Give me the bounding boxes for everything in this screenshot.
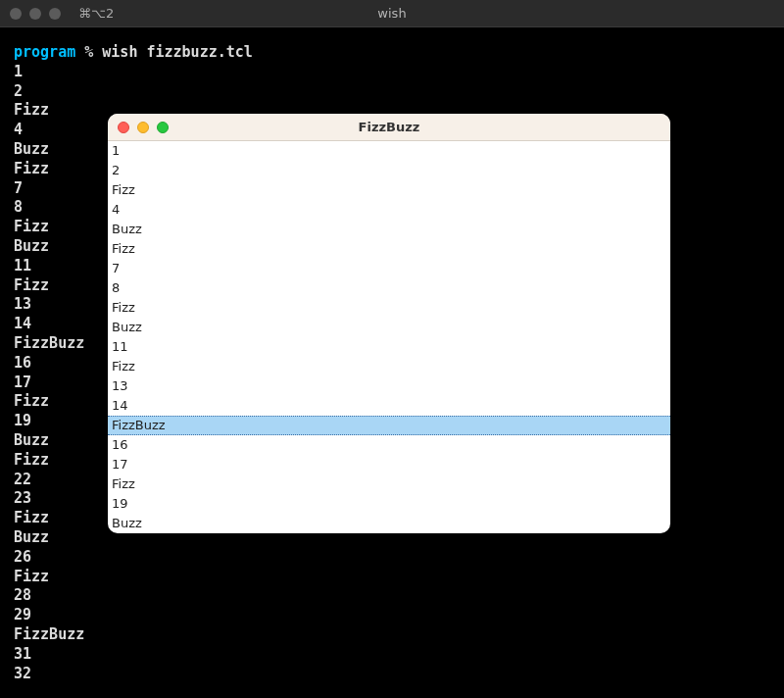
list-item[interactable]: 8	[108, 278, 670, 298]
terminal-output-line: 2	[14, 82, 770, 102]
list-item[interactable]: 17	[108, 455, 670, 474]
terminal-output-line: 29	[14, 606, 770, 625]
list-item[interactable]: Fizz	[108, 239, 670, 259]
list-item[interactable]: Buzz	[108, 318, 670, 337]
list-item[interactable]: Fizz	[108, 357, 670, 376]
tk-window-title: FizzBuzz	[359, 120, 420, 134]
list-item[interactable]: 16	[108, 435, 670, 455]
list-item[interactable]: 1	[108, 141, 670, 161]
terminal-command: wish fizzbuzz.tcl	[102, 43, 253, 61]
list-item[interactable]: 11	[108, 337, 670, 357]
tk-titlebar[interactable]: FizzBuzz	[108, 114, 670, 141]
minimize-icon[interactable]	[29, 8, 41, 20]
list-item[interactable]: FizzBuzz	[108, 416, 670, 435]
tk-listbox[interactable]: 12Fizz4BuzzFizz78FizzBuzz11Fizz1314FizzB…	[108, 141, 670, 533]
terminal-output-line: 32	[14, 665, 770, 684]
tk-traffic-lights	[118, 122, 169, 133]
close-icon[interactable]	[10, 8, 22, 20]
prompt-label: program	[14, 43, 75, 61]
list-item[interactable]: 2	[108, 161, 670, 180]
terminal-output-line: 1	[14, 63, 770, 82]
prompt-separator: %	[75, 43, 102, 61]
prompt-line: program % wish fizzbuzz.tcl	[14, 43, 770, 63]
terminal-output-line: 26	[14, 548, 770, 568]
list-item[interactable]: 4	[108, 200, 670, 220]
terminal-title: wish	[377, 6, 406, 21]
list-item[interactable]: Fizz	[108, 180, 670, 200]
terminal-traffic-lights	[10, 8, 61, 20]
tab-shortcut: ⌘⌥2	[78, 6, 114, 21]
list-item[interactable]: Fizz	[108, 474, 670, 494]
list-item[interactable]: 14	[108, 396, 670, 416]
tk-window[interactable]: FizzBuzz 12Fizz4BuzzFizz78FizzBuzz11Fizz…	[108, 114, 670, 533]
list-item[interactable]: Buzz	[108, 220, 670, 239]
list-item[interactable]: 13	[108, 376, 670, 396]
terminal-output-line: 31	[14, 645, 770, 665]
terminal-titlebar: ⌘⌥2 wish	[0, 0, 784, 27]
close-icon[interactable]	[118, 122, 129, 133]
terminal-output-line: Fizz	[14, 568, 770, 587]
terminal-output-line: FizzBuzz	[14, 625, 770, 645]
list-item[interactable]: 19	[108, 494, 670, 514]
minimize-icon[interactable]	[137, 122, 149, 133]
terminal-output-line: 28	[14, 586, 770, 606]
list-item[interactable]: Fizz	[108, 298, 670, 318]
zoom-icon[interactable]	[49, 8, 61, 20]
zoom-icon[interactable]	[157, 122, 169, 133]
list-item[interactable]: Buzz	[108, 514, 670, 533]
list-item[interactable]: 7	[108, 259, 670, 278]
